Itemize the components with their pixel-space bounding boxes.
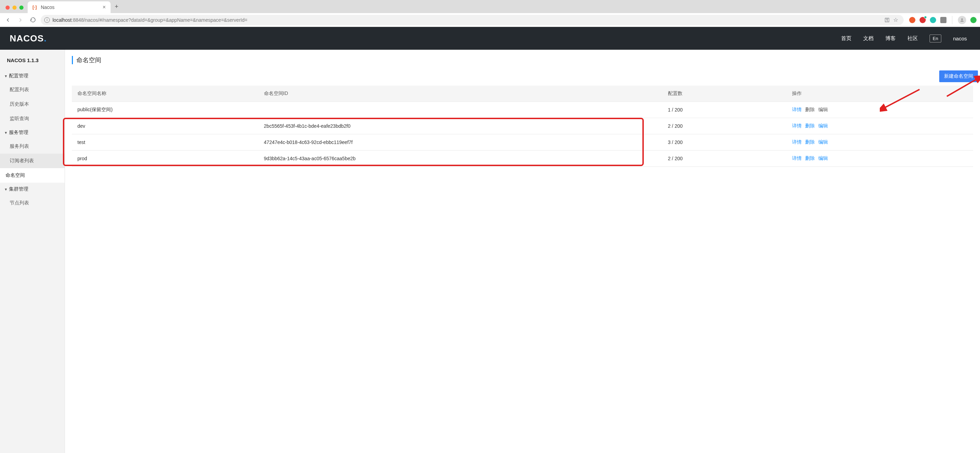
sidebar-item-subscribers[interactable]: 订阅者列表 — [0, 154, 65, 168]
app-header: NACOS. 首页 文档 博客 社区 En nacos — [0, 27, 980, 50]
th-ops: 操作 — [786, 86, 973, 102]
cell-count: 2 / 200 — [662, 118, 787, 134]
caret-down-icon: ▼ — [4, 74, 8, 78]
create-namespace-button[interactable]: 新建命名空间 — [939, 70, 978, 82]
extension-icon-1[interactable] — [909, 17, 915, 23]
cell-id: 2bc5565f-453f-4b1c-bde4-eafe23bdb2f0 — [258, 118, 662, 134]
link-detail[interactable]: 详情 — [792, 107, 802, 113]
extension-icon-4[interactable] — [940, 17, 947, 23]
cell-id: 9d3bb62a-14c5-43aa-ac05-6576caa5be2b — [258, 150, 662, 167]
svg-point-0 — [961, 18, 963, 20]
user-name[interactable]: nacos — [953, 36, 967, 41]
menu-group-cluster-title[interactable]: ▼ 集群管理 — [0, 183, 65, 196]
window-close-icon[interactable] — [6, 6, 10, 10]
nav-community[interactable]: 社区 — [907, 35, 918, 42]
browser-tab[interactable]: [·] Nacos × — [28, 2, 111, 13]
menu-group-service-title[interactable]: ▼ 服务管理 — [0, 126, 65, 139]
link-edit[interactable]: 编辑 — [818, 107, 828, 113]
browser-toolbar: i localhost:8848/nacos/#/namespace?dataI… — [0, 13, 980, 27]
sidebar-item-node-list[interactable]: 节点列表 — [0, 196, 65, 210]
sidebar-item-history[interactable]: 历史版本 — [0, 97, 65, 111]
nav-docs[interactable]: 文档 — [863, 35, 873, 42]
link-delete[interactable]: 删除 — [805, 155, 815, 162]
nav-blog[interactable]: 博客 — [885, 35, 896, 42]
close-tab-icon[interactable]: × — [103, 4, 106, 10]
th-count: 配置数 — [662, 86, 787, 102]
nav-home[interactable]: 首页 — [841, 35, 851, 42]
url-text: localhost:8848/nacos/#/namespace?dataId=… — [52, 17, 247, 23]
app-layout: NACOS 1.1.3 ▼ 配置管理 配置列表 历史版本 监听查询 ▼ 服务管理… — [0, 50, 980, 453]
link-detail[interactable]: 详情 — [792, 123, 802, 129]
cell-name: dev — [72, 118, 258, 134]
th-id: 命名空间ID — [258, 86, 662, 102]
sidebar-item-config-list[interactable]: 配置列表 — [0, 82, 65, 97]
window-controls — [3, 6, 28, 13]
sidebar-item-namespace[interactable]: 命名空间 — [0, 168, 65, 183]
menu-group-service: ▼ 服务管理 服务列表 订阅者列表 — [0, 126, 65, 168]
window-maximize-icon[interactable] — [19, 6, 24, 10]
cell-ops: 详情删除编辑 — [786, 150, 973, 167]
link-delete[interactable]: 删除 — [805, 107, 815, 113]
cell-ops: 详情删除编辑 — [786, 118, 973, 134]
link-edit[interactable]: 编辑 — [818, 123, 828, 129]
site-info-icon[interactable]: i — [44, 17, 50, 23]
nacos-favicon-icon: [·] — [32, 5, 38, 10]
back-button[interactable] — [3, 16, 13, 25]
menu-group-cluster: ▼ 集群管理 节点列表 — [0, 183, 65, 210]
cell-name: test — [72, 134, 258, 150]
cell-id: 47247e4c-b018-4c63-92cd-ebbc119eef7f — [258, 134, 662, 150]
cell-name: prod — [72, 150, 258, 167]
browser-chrome: [·] Nacos × + i localhost:8848/nacos/#/n… — [0, 0, 980, 27]
cell-id — [258, 102, 662, 118]
extension-icon-3[interactable] — [930, 17, 936, 23]
link-detail[interactable]: 详情 — [792, 155, 802, 162]
omnibox-icons: ⚿ ☆ — [885, 17, 900, 23]
forward-button[interactable] — [16, 16, 25, 25]
reload-button[interactable] — [28, 16, 37, 25]
cell-count: 2 / 200 — [662, 150, 787, 167]
link-delete[interactable]: 删除 — [805, 123, 815, 129]
tab-title: Nacos — [41, 5, 100, 10]
th-name: 命名空间名称 — [72, 86, 258, 102]
namespace-table: 命名空间名称 命名空间ID 配置数 操作 public(保留空间)1 / 200… — [72, 86, 973, 167]
table-row: prod9d3bb62a-14c5-43aa-ac05-6576caa5be2b… — [72, 150, 973, 167]
caret-down-icon: ▼ — [4, 187, 8, 191]
caret-down-icon: ▼ — [4, 131, 8, 135]
window-minimize-icon[interactable] — [13, 6, 17, 10]
link-edit[interactable]: 编辑 — [818, 155, 828, 162]
tab-bar: [·] Nacos × + — [0, 0, 980, 13]
extension-icon-5[interactable] — [970, 17, 977, 23]
page-title: 命名空间 — [72, 56, 973, 64]
sidebar-item-service-list[interactable]: 服务列表 — [0, 139, 65, 154]
extension-icons — [909, 16, 977, 24]
separator — [952, 16, 952, 24]
nacos-logo: NACOS. — [10, 33, 47, 44]
profile-avatar[interactable] — [958, 16, 966, 24]
star-icon[interactable]: ☆ — [893, 17, 898, 23]
sidebar-version: NACOS 1.1.3 — [0, 50, 65, 70]
url-bar[interactable]: i localhost:8848/nacos/#/namespace?dataI… — [41, 15, 904, 25]
header-nav: 首页 文档 博客 社区 En nacos — [841, 35, 967, 43]
language-toggle[interactable]: En — [929, 35, 941, 43]
link-detail[interactable]: 详情 — [792, 139, 802, 145]
table-row: test47247e4c-b018-4c63-92cd-ebbc119eef7f… — [72, 134, 973, 150]
cell-name: public(保留空间) — [72, 102, 258, 118]
menu-group-config: ▼ 配置管理 配置列表 历史版本 监听查询 — [0, 70, 65, 126]
cell-ops: 详情删除编辑 — [786, 102, 973, 118]
new-tab-button[interactable]: + — [111, 1, 123, 13]
sidebar: NACOS 1.1.3 ▼ 配置管理 配置列表 历史版本 监听查询 ▼ 服务管理… — [0, 50, 65, 453]
cell-count: 1 / 200 — [662, 102, 787, 118]
key-icon[interactable]: ⚿ — [885, 17, 890, 23]
link-edit[interactable]: 编辑 — [818, 139, 828, 145]
cell-count: 3 / 200 — [662, 134, 787, 150]
menu-group-config-title[interactable]: ▼ 配置管理 — [0, 70, 65, 82]
extension-icon-2[interactable] — [920, 17, 926, 23]
main-content: 命名空间 新建命名空间 命名空间名称 命名空间ID 配置数 操作 public(… — [65, 50, 980, 453]
cell-ops: 详情删除编辑 — [786, 134, 973, 150]
link-delete[interactable]: 删除 — [805, 139, 815, 145]
table-row: dev2bc5565f-453f-4b1c-bde4-eafe23bdb2f02… — [72, 118, 973, 134]
table-row: public(保留空间)1 / 200详情删除编辑 — [72, 102, 973, 118]
sidebar-item-listen-query[interactable]: 监听查询 — [0, 111, 65, 126]
